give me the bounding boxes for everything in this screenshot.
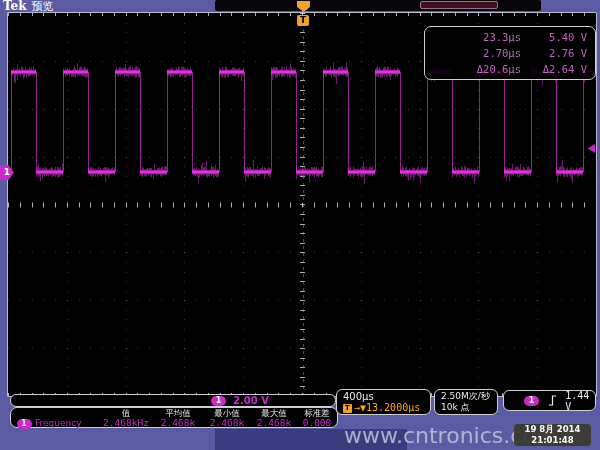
trigger-t-badge: T [297,15,309,26]
acquisition-status-indicator [420,1,498,9]
cursor-a-volt: 5.40 V [521,31,587,43]
measurement-channel-badge-cell: 1 [13,418,35,429]
trigger-level: 1.44 V [565,390,595,412]
cursor-readout-panel: 23.3µs 5.40 V 2.70µs 2.76 V Δ20.6µs Δ2.6… [424,26,596,80]
measurement-max: 2.468k [251,418,297,429]
trigger-position-readout: T →▼13.2000µs [343,403,430,413]
acquisition-panel[interactable]: 2.50M次/秒 10k 点 [434,389,498,415]
measurement-panel: 值 平均值 最小值 最大值 标准差 1 Frequency 2.468kHz 2… [10,407,338,428]
measurement-header-spacer1 [13,409,35,418]
channel1-badge: 1 [211,396,226,406]
trigger-channel-badge: 1 [524,396,539,406]
measurement-value: 2.468kHz [99,418,153,429]
cursor-delta-time: Δ20.6µs [425,63,521,75]
trigger-position-value: →▼13.2000µs [354,403,420,413]
trigger-slope-rising-icon [548,394,556,407]
cursor-a-time: 23.3µs [425,31,521,43]
cursor-delta-row: Δ20.6µs Δ2.64 V [425,63,587,75]
cursor-delta-volt: Δ2.64 V [521,63,587,75]
datetime-panel: 19 8月 2014 21:01:48 [514,424,591,446]
cursor-row-a: 23.3µs 5.40 V [425,31,587,43]
measurement-mean: 2.468k [153,418,203,429]
measurement-channel-badge: 1 [17,419,32,429]
trigger-t-icon: T [343,404,352,413]
date-text: 19 8月 2014 [514,424,591,435]
trigger-panel[interactable]: 1 1.44 V [503,390,596,411]
cursor-row-b: 2.70µs 2.76 V [425,47,587,59]
measurement-header-spacer2 [35,409,99,418]
measurement-min: 2.468k [203,418,251,429]
measurement-name: Frequency [35,418,99,429]
measurement-stddev: 0.000 [297,418,337,429]
channel1-scale: 2.00 V [233,395,269,406]
oscilloscope-screen: Tek 预览 T 23.3µs 5.40 V 2.70µs 2.76 V Δ20… [0,0,600,450]
cursor-b-time: 2.70µs [425,47,521,59]
timebase-panel[interactable]: 400µs T →▼13.2000µs [336,389,431,415]
channel1-bar[interactable]: 1 2.00 V [10,394,336,407]
time-text: 21:01:48 [514,435,591,446]
record-length: 10k 点 [441,402,497,413]
graticule: T 23.3µs 5.40 V 2.70µs 2.76 V Δ20.6µs Δ2… [7,12,597,397]
sample-rate: 2.50M次/秒 [441,391,497,402]
timebase-scale: 400µs [343,391,430,402]
measurement-row: 1 Frequency 2.468kHz 2.468k 2.468k 2.468… [13,418,337,429]
cursor-b-volt: 2.76 V [521,47,587,59]
